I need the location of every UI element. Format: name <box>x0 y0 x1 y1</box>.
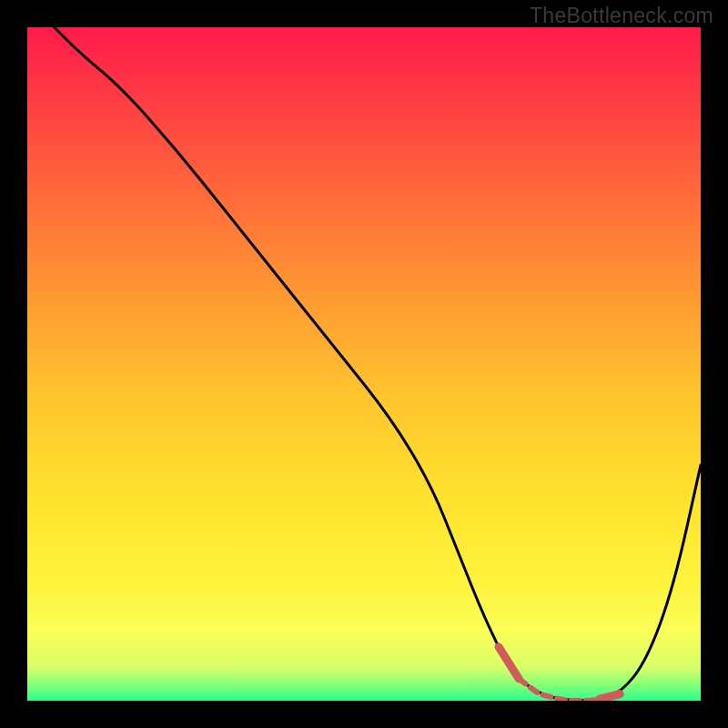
plot-area <box>27 27 701 701</box>
watermark-text: TheBottleneck.com <box>530 4 713 28</box>
bottleneck-curve <box>27 27 701 701</box>
chart-frame: TheBottleneck.com <box>0 0 728 728</box>
